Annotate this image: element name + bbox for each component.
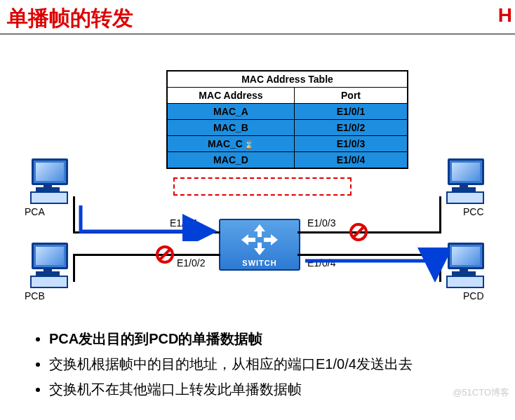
wire xyxy=(73,254,75,282)
col-mac-header: MAC Address xyxy=(167,88,295,104)
mac-cell: MAC_B xyxy=(167,120,295,136)
bullet-item: 交换机根据帧中的目的地址，从相应的端口E1/0/4发送出去 xyxy=(49,353,515,374)
wire xyxy=(439,196,441,231)
svg-line-9 xyxy=(353,226,364,238)
block-icon xyxy=(156,245,174,264)
col-port-header: Port xyxy=(295,88,408,104)
port-cell: E1/0/1 xyxy=(295,104,408,120)
pc-c xyxy=(441,158,490,201)
port-cell: E1/0/3 xyxy=(295,136,408,152)
pc-a-label: PCA xyxy=(25,206,45,217)
svg-marker-0 xyxy=(254,224,265,237)
page-title: 单播帧的转发 xyxy=(7,4,133,33)
switch-device: SWITCH xyxy=(219,219,300,271)
mac-cell: MAC_C⌛ xyxy=(167,136,295,152)
pc-a xyxy=(25,158,74,201)
pc-d-label: PCD xyxy=(463,290,484,302)
svg-marker-2 xyxy=(241,234,255,245)
highlight-box xyxy=(173,177,352,196)
arrows-icon xyxy=(239,223,281,257)
svg-marker-3 xyxy=(264,234,278,245)
mac-cell: MAC_D xyxy=(167,152,295,169)
pc-b-label: PCB xyxy=(25,290,45,302)
port-label-3: E1/0/3 xyxy=(307,217,335,229)
pc-c-label: PCC xyxy=(463,206,484,217)
bullet-list: PCA发出目的到PCD的单播数据帧 交换机根据帧中的目的地址，从相应的端口E1/… xyxy=(21,328,515,404)
hourglass-icon: ⌛ xyxy=(244,140,254,149)
bullet-item: 交换机不在其他端口上转发此单播数据帧 xyxy=(49,379,515,400)
mac-cell: MAC_A xyxy=(167,104,295,120)
block-icon xyxy=(349,223,368,241)
port-cell: E1/0/2 xyxy=(295,120,408,136)
watermark: @51CTO博客 xyxy=(453,386,509,399)
port-cell: E1/0/4 xyxy=(295,152,408,169)
mac-address-table: MAC Address Table MAC Address Port MAC_A… xyxy=(166,70,408,169)
pc-b xyxy=(25,243,74,285)
divider xyxy=(0,34,515,34)
arrow-switch-to-pcd xyxy=(302,245,449,285)
wire xyxy=(73,254,220,256)
switch-label: SWITCH xyxy=(220,259,299,267)
wire xyxy=(297,231,441,233)
arrow-pca-to-switch xyxy=(77,202,225,241)
bullet-item: PCA发出目的到PCD的单播数据帧 xyxy=(49,328,515,349)
svg-line-7 xyxy=(159,249,170,260)
svg-marker-1 xyxy=(254,243,265,255)
table-caption: MAC Address Table xyxy=(167,71,408,88)
brand-logo: H xyxy=(498,4,512,27)
port-label-2: E1/0/2 xyxy=(177,257,205,269)
wire xyxy=(73,196,75,231)
